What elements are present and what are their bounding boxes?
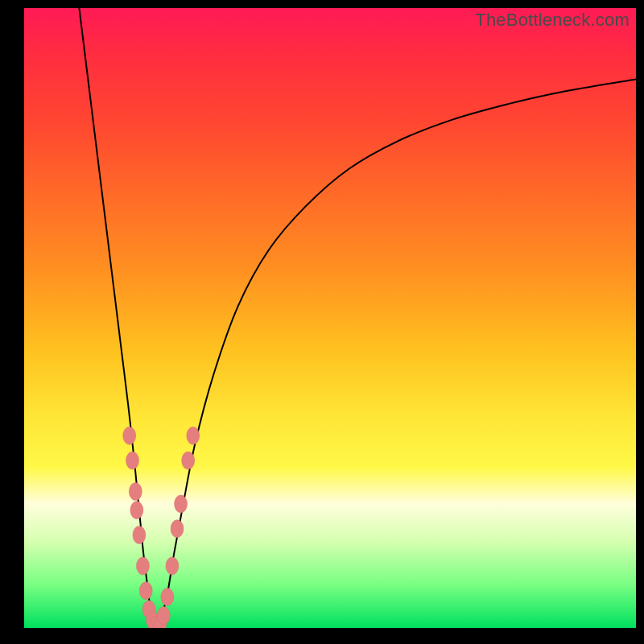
data-dot	[123, 427, 136, 444]
data-dot	[139, 582, 152, 600]
data-dot	[133, 526, 146, 544]
data-dot	[136, 557, 149, 575]
data-dot	[166, 557, 179, 575]
data-dot	[130, 502, 143, 519]
data-dot	[126, 452, 139, 469]
data-dot	[129, 483, 142, 501]
plot-area: TheBottleneck.com	[24, 8, 636, 628]
chart-svg	[24, 8, 636, 628]
highlight-dots	[123, 427, 200, 628]
chart-frame: TheBottleneck.com	[0, 0, 644, 644]
data-dot	[161, 588, 174, 606]
data-dot	[171, 520, 184, 538]
data-dot	[157, 607, 170, 625]
data-dot	[182, 452, 195, 469]
data-dot	[175, 495, 188, 513]
right-curve	[155, 80, 636, 625]
data-dot	[187, 427, 200, 444]
